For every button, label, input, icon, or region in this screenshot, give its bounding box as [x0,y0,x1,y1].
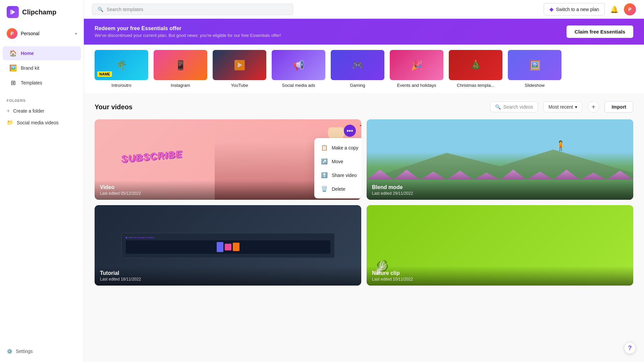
share-icon: ⬆️ [321,172,328,178]
video-name-2: Blend mode [372,184,628,190]
template-thumb-instagram: 📱 [154,50,207,80]
context-menu-delete[interactable]: 🗑️ Delete [314,182,361,196]
social-media-videos-item[interactable]: 📁 Social media videos [0,117,84,128]
template-label-social: Social media ads [282,83,315,88]
video-name-4: Nature clip [372,270,628,276]
content-area: Redeem your free Essentials offer We've … [84,19,644,362]
sidebar-item-home[interactable]: 🏠 Home [3,46,81,60]
user-avatar-top[interactable]: P [624,3,636,15]
templates-scroll: NAME 🌴 Intro/outro 📱 Instagram [95,50,633,93]
sidebar-item-templates[interactable]: ⊞ Templates [3,76,81,90]
template-label-instagram: Instagram [171,83,190,88]
video-grid-wrapper: SUBSCRIBE Video Last edited 05/12/2022 [95,119,633,286]
videos-title: Your videos [95,103,485,111]
video-card-2[interactable]: 🧍 Blend mode Last edited 29/11/2022 [367,119,633,200]
template-card-christmas[interactable]: 🎄 Christmas templa... [449,50,502,88]
video-info-3: Tutorial Last edited 18/11/2022 [95,266,361,286]
context-menu-delete-label: Delete [332,186,345,192]
videos-search-box[interactable]: 🔍 Search videos [490,102,538,112]
template-search-box[interactable]: 🔍 Search templates [92,4,293,15]
user-menu[interactable]: P Personal ▾ [0,24,84,43]
context-menu-share-label: Share video [332,173,357,178]
videos-section: Your videos 🔍 Search videos Most recent … [84,93,644,294]
video-options-button-1[interactable]: ••• [344,125,356,137]
brand-kit-icon: 🖼️ [9,64,17,72]
folder-icon: 📁 [7,119,13,126]
plus-icon: + [7,108,10,114]
app-logo: Clipchamp [0,0,84,24]
videos-header: Your videos 🔍 Search videos Most recent … [95,101,633,113]
social-media-videos-label: Social media videos [17,120,59,125]
sidebar: Clipchamp P Personal ▾ 🏠 Home 🖼️ Brand k… [0,0,84,362]
video-grid: SUBSCRIBE Video Last edited 05/12/2022 [95,119,633,286]
upgrade-label: Switch to a new plan [556,7,599,12]
template-label-christmas: Christmas templa... [457,83,494,88]
template-label-events: Events and holidays [397,83,436,88]
sidebar-item-brand-kit[interactable]: 🖼️ Brand kit [3,61,81,75]
template-thumb-social: 📢 [272,50,325,80]
template-card-youtube[interactable]: ▶️ YouTube [213,50,266,88]
video-name-3: Tutorial [100,270,356,276]
template-card-events[interactable]: 🎉 Events and holidays [390,50,443,88]
svg-rect-1 [10,10,11,15]
sort-dropdown[interactable]: Most recent ▾ [543,102,582,112]
main-nav: 🏠 Home 🖼️ Brand kit ⊞ Templates [0,43,84,93]
sidebar-item-brand-kit-label: Brand kit [21,65,39,71]
context-menu-move-label: Move [332,159,343,164]
template-card-intro[interactable]: NAME 🌴 Intro/outro [95,50,148,88]
template-label-youtube: YouTube [231,83,248,88]
subscribe-text: SUBSCRIBE [121,149,183,165]
template-thumb-christmas: 🎄 [449,50,502,80]
folders-section-title: FOLDERS [0,93,84,105]
notifications-button[interactable]: 🔔 [610,5,619,13]
logo-icon [7,6,19,18]
settings-label: Settings [16,349,33,354]
context-menu-move[interactable]: ↗️ Move [314,155,361,168]
app-name: Clipchamp [22,8,56,16]
videos-search-placeholder: Search videos [503,104,533,110]
video-info-4: Nature clip Last edited 10/11/2022 [367,266,633,286]
add-video-button[interactable]: + [588,101,599,113]
template-card-slideshow[interactable]: 🖼️ Slideshow [508,50,561,88]
avatar: P [7,28,17,39]
sort-label: Most recent [548,104,573,110]
diamond-icon: ◆ [549,6,553,12]
claim-essentials-button[interactable]: Claim free Essentials [567,25,633,38]
video-card-4[interactable]: 🥬 Nature clip Last edited 10/11/2022 [367,205,633,286]
template-thumb-events: 🎉 [390,50,443,80]
context-menu-share[interactable]: ⬆️ Share video [314,168,361,182]
help-button[interactable]: ? [624,342,636,354]
video-date-3: Last edited 18/11/2022 [100,277,356,282]
video-card-1[interactable]: SUBSCRIBE Video Last edited 05/12/2022 [95,119,361,200]
sidebar-item-home-label: Home [21,51,34,56]
topbar-right: ◆ Switch to a new plan 🔔 P [544,3,636,15]
sidebar-item-templates-label: Templates [21,80,42,85]
template-card-gaming[interactable]: 🎮 Gaming [331,50,384,88]
svg-marker-0 [11,10,15,15]
trash-icon: 🗑️ [321,186,328,192]
video-date-2: Last edited 29/11/2022 [372,191,628,196]
import-button[interactable]: Import [604,101,633,113]
templates-section: NAME 🌴 Intro/outro 📱 Instagram [84,45,644,93]
video-card-3[interactable]: ▶ How to create a video Tutorial Last ed [95,205,361,286]
home-icon: 🏠 [9,50,17,57]
template-card-instagram[interactable]: 📱 Instagram [154,50,207,88]
template-label-gaming: Gaming [350,83,365,88]
template-label-intro: Intro/outro [111,83,131,88]
move-icon: ↗️ [321,158,328,165]
template-thumb-youtube: ▶️ [213,50,266,80]
create-folder-item[interactable]: + Create a folder [0,105,84,117]
settings-item[interactable]: ⚙️ Settings [7,346,77,357]
topbar: 🔍 Search templates ◆ Switch to a new pla… [84,0,644,19]
template-card-social[interactable]: 📢 Social media ads [272,50,325,88]
context-menu: 📋 Make a copy ↗️ Move ⬆️ Share video [314,138,361,198]
template-thumb-intro: NAME 🌴 [95,50,148,80]
search-input[interactable]: Search templates [107,7,143,12]
template-thumb-gaming: 🎮 [331,50,384,80]
copy-icon: 📋 [321,144,328,151]
context-menu-make-copy[interactable]: 📋 Make a copy [314,141,361,155]
template-thumb-slideshow: 🖼️ [508,50,561,80]
upgrade-button[interactable]: ◆ Switch to a new plan [544,3,605,15]
arrow-line [360,125,361,126]
video-search-icon: 🔍 [495,104,501,110]
